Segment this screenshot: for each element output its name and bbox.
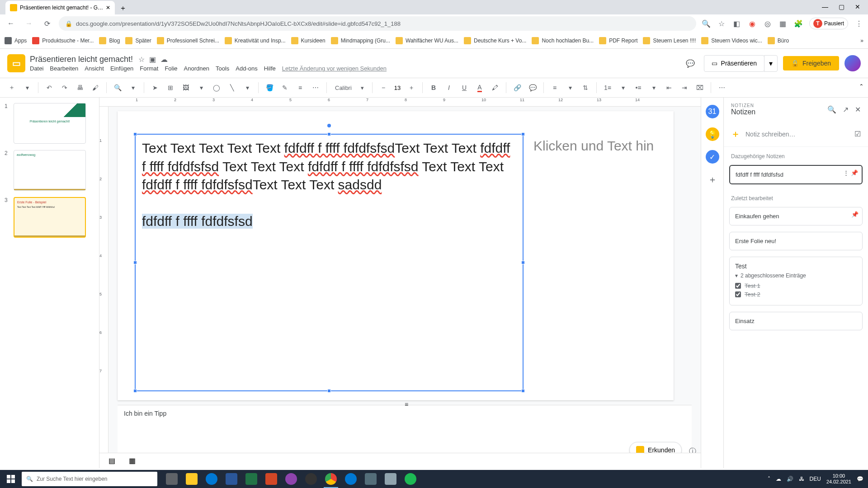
selected-textbox[interactable]: Text Text Text Text Text fdfdff f ffff f…: [135, 134, 524, 391]
note-card-checklist[interactable]: Test ▾ 2 abgeschlossene Einträge Test 1 …: [729, 257, 863, 305]
calendar-icon[interactable]: 31: [706, 105, 719, 118]
bold-button[interactable]: B: [427, 81, 440, 94]
obs-icon[interactable]: [302, 470, 320, 488]
bookmark-star-icon[interactable]: ☆: [717, 19, 726, 28]
note-card[interactable]: 📌 Einkaufen gehen: [729, 207, 863, 225]
back-button[interactable]: ←: [5, 17, 17, 30]
volume-icon[interactable]: 🔊: [787, 476, 793, 482]
chrome-icon[interactable]: [322, 470, 340, 488]
reload-button[interactable]: ⟳: [41, 17, 53, 30]
checkbox[interactable]: [735, 291, 741, 297]
image-tool[interactable]: 🖼: [179, 81, 192, 94]
border-color-button[interactable]: ✎: [278, 81, 291, 94]
slides-logo-icon[interactable]: ▭: [7, 54, 25, 72]
zoom-button[interactable]: 🔍: [111, 81, 124, 94]
resize-handle[interactable]: [327, 389, 331, 393]
window-close-icon[interactable]: ✕: [854, 3, 862, 11]
checklist-icon[interactable]: ☑: [854, 130, 861, 138]
redo-button[interactable]: ↷: [58, 81, 71, 94]
shape-tool[interactable]: ◯: [210, 81, 223, 94]
menu-view[interactable]: Ansicht: [85, 65, 104, 72]
app-icon[interactable]: [362, 470, 380, 488]
menu-insert[interactable]: Einfügen: [110, 65, 133, 72]
new-slide-dropdown[interactable]: ▾: [21, 81, 33, 94]
pin-icon[interactable]: 📌: [851, 169, 858, 176]
app-icon[interactable]: [382, 470, 400, 488]
bookmark-item[interactable]: Steuern Videos wic...: [701, 37, 762, 44]
app-icon[interactable]: [282, 470, 300, 488]
bookmarks-overflow-icon[interactable]: »: [860, 38, 863, 44]
browser-menu-icon[interactable]: ⋮: [854, 19, 863, 28]
bulleted-list-button[interactable]: •≡: [632, 81, 645, 94]
resize-handle[interactable]: [133, 261, 137, 264]
bookmark-item[interactable]: Steuern Lesen !!!!: [643, 37, 696, 44]
slide-thumbnail[interactable]: asdfwerowog: [14, 150, 86, 191]
spotify-icon[interactable]: [401, 470, 420, 488]
undo-button[interactable]: ↶: [43, 81, 56, 94]
indent-decrease-button[interactable]: ⇤: [663, 81, 675, 94]
check-item[interactable]: Test 2: [735, 291, 857, 298]
bookmark-item[interactable]: Mindmapping (Gru...: [331, 37, 390, 44]
forward-button[interactable]: →: [23, 17, 35, 30]
font-select[interactable]: Calibri▾: [331, 81, 368, 94]
link-button[interactable]: 🔗: [511, 81, 524, 94]
account-avatar[interactable]: [844, 55, 861, 71]
resize-handle[interactable]: [133, 132, 137, 136]
resize-handle[interactable]: [521, 132, 525, 136]
document-title[interactable]: Präsentieren leicht gemacht!: [30, 55, 133, 64]
more-tools-button[interactable]: ⋯: [716, 81, 728, 94]
slide-canvas[interactable]: Text Text Text Text Text fdfdff f ffff f…: [118, 111, 674, 400]
line-spacing-button[interactable]: ⇅: [579, 81, 592, 94]
extension-icon-3[interactable]: ◎: [763, 19, 772, 28]
network-icon[interactable]: 🖧: [799, 476, 804, 482]
line-tool[interactable]: ╲: [226, 81, 238, 94]
menu-addons[interactable]: Add-ons: [236, 65, 257, 72]
menu-slide[interactable]: Folie: [165, 65, 177, 72]
font-size-input[interactable]: 13: [391, 84, 404, 91]
edge-icon[interactable]: [203, 470, 221, 488]
pin-icon[interactable]: 📌: [851, 211, 859, 218]
note-card-active[interactable]: ⋮ 📌 fdfdff f ffff fdfdfsfsd: [729, 165, 863, 184]
new-note-input[interactable]: ＋ Notiz schreiben… ☑: [724, 122, 868, 147]
align-dropdown[interactable]: ▾: [564, 81, 576, 94]
close-tab-icon[interactable]: ✕: [106, 5, 110, 11]
menu-arrange[interactable]: Anordnen: [184, 65, 209, 72]
present-button[interactable]: ▭ Präsentieren: [704, 55, 764, 72]
open-external-icon[interactable]: ↗: [843, 105, 849, 114]
comments-icon[interactable]: 💬: [682, 55, 698, 71]
menu-tools[interactable]: Tools: [216, 65, 229, 72]
numbered-dropdown[interactable]: ▾: [617, 81, 629, 94]
font-size-decrease[interactable]: −: [377, 81, 390, 94]
tasks-icon[interactable]: ✓: [706, 150, 719, 164]
collapse-toggle[interactable]: ▾ 2 abgeschlossene Einträge: [735, 272, 857, 279]
onedrive-icon[interactable]: ☁: [776, 476, 781, 482]
placeholder-textbox[interactable]: Klicken und Text hin: [533, 138, 654, 154]
numbered-list-button[interactable]: 1≡: [601, 81, 614, 94]
extension-icon-2[interactable]: ◉: [748, 19, 757, 28]
start-button[interactable]: [0, 470, 22, 488]
menu-format[interactable]: Format: [140, 65, 158, 72]
notes-resize-handle[interactable]: ≡: [405, 401, 418, 404]
resize-handle[interactable]: [133, 389, 137, 393]
border-weight-button[interactable]: ≡: [294, 81, 307, 94]
print-button[interactable]: 🖶: [74, 81, 86, 94]
filmstrip-view-icon[interactable]: ▤: [108, 456, 115, 465]
checkbox[interactable]: [735, 283, 741, 289]
bulleted-dropdown[interactable]: ▾: [647, 81, 660, 94]
present-dropdown[interactable]: ▾: [764, 55, 778, 72]
textbox-content[interactable]: Text Text Text Text Text fdfdff f ffff f…: [136, 135, 523, 235]
new-slide-button[interactable]: ＋: [5, 81, 18, 94]
cloud-status-icon[interactable]: ☁: [160, 55, 168, 64]
note-more-icon[interactable]: ⋮: [843, 169, 849, 176]
select-tool[interactable]: ➤: [149, 81, 161, 94]
clear-format-button[interactable]: ⌧: [693, 81, 706, 94]
zoom-icon[interactable]: 🔍: [702, 19, 711, 28]
taskbar-search[interactable]: 🔍 Zur Suche Text hier eingeben: [22, 472, 157, 486]
add-addon-icon[interactable]: ＋: [706, 173, 719, 186]
comment-button[interactable]: 💬: [526, 81, 539, 94]
extension-icon-4[interactable]: ▦: [778, 19, 788, 28]
note-card[interactable]: Einsatz: [729, 312, 863, 330]
search-icon[interactable]: 🔍: [827, 105, 836, 114]
share-button[interactable]: 🔒 Freigeben: [783, 56, 839, 70]
address-bar[interactable]: 🔒 docs.google.com/presentation/d/1yV372S…: [59, 16, 696, 31]
